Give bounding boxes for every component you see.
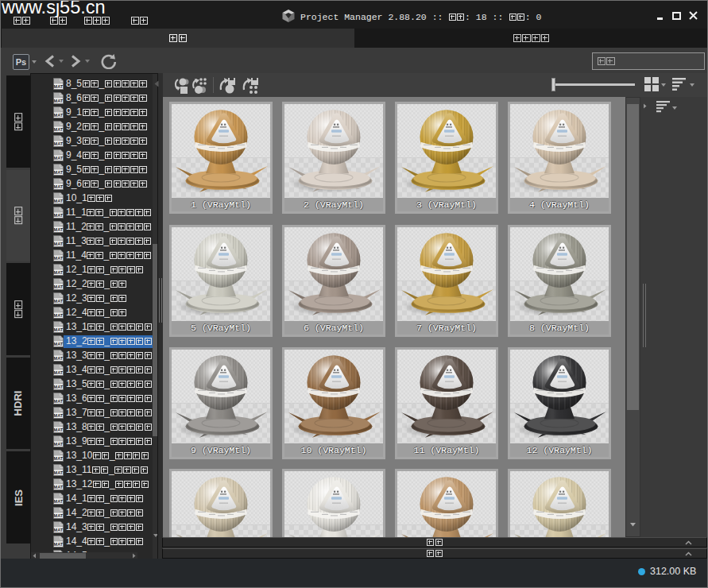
svg-text:MAT: MAT	[54, 270, 64, 275]
svg-text:MAT: MAT	[54, 256, 64, 261]
svg-text:MAT: MAT	[54, 385, 64, 389]
svg-text:MAT: MAT	[54, 284, 64, 289]
svg-text:MAT: MAT	[54, 313, 64, 318]
svg-text:MAT: MAT	[54, 456, 64, 461]
svg-text:MAT: MAT	[54, 413, 64, 418]
svg-text:MAT: MAT	[54, 184, 64, 189]
svg-text:MAT: MAT	[54, 327, 64, 332]
svg-text:MAT: MAT	[54, 485, 64, 489]
svg-text:MAT: MAT	[54, 399, 64, 404]
svg-text:MAT: MAT	[54, 170, 64, 175]
svg-text:MAT: MAT	[54, 141, 64, 146]
svg-text:MAT: MAT	[54, 99, 64, 103]
svg-text:MAT: MAT	[54, 227, 64, 232]
svg-text:MAT: MAT	[54, 127, 64, 132]
svg-text:MAT: MAT	[54, 356, 64, 361]
svg-text:MAT: MAT	[54, 213, 64, 218]
svg-text:MAT: MAT	[54, 542, 64, 547]
svg-text:MAT: MAT	[54, 470, 64, 475]
svg-text:MAT: MAT	[54, 513, 64, 518]
svg-text:MAT: MAT	[54, 442, 64, 447]
svg-text:MAT: MAT	[54, 199, 64, 203]
svg-text:MAT: MAT	[54, 370, 64, 375]
svg-text:MAT: MAT	[54, 84, 64, 89]
svg-text:MAT: MAT	[54, 342, 64, 346]
svg-text:MAT: MAT	[54, 242, 64, 246]
svg-text:MAT: MAT	[54, 427, 64, 432]
svg-text:MAT: MAT	[54, 528, 64, 532]
svg-text:MAT: MAT	[54, 299, 64, 304]
svg-text:MAT: MAT	[54, 113, 64, 118]
svg-text:MAT: MAT	[54, 499, 64, 504]
svg-text:MAT: MAT	[54, 156, 64, 161]
